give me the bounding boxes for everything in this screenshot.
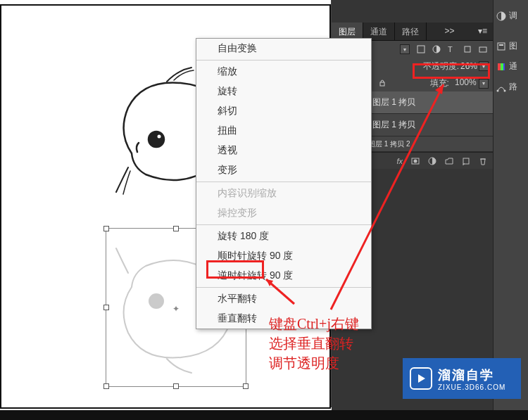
panel-menu-icon[interactable]: ▾≡ xyxy=(472,23,493,40)
transform-context-menu: 自由变换 缩放 旋转 斜切 扭曲 透视 变形 内容识别缩放 操控变形 旋转 18… xyxy=(196,38,372,329)
menu-perspective[interactable]: 透视 xyxy=(196,141,371,160)
annotation-line-1: 键盘Ctrl+j右键 xyxy=(269,314,359,333)
menu-distort[interactable]: 扭曲 xyxy=(196,121,371,141)
menu-puppet-warp: 操控变形 xyxy=(196,203,371,223)
handle-top-mid[interactable] xyxy=(173,226,179,231)
svg-point-0 xyxy=(149,132,164,147)
menu-separator xyxy=(196,287,371,288)
annotation-line-3: 调节透明度 xyxy=(269,353,359,373)
svg-point-1 xyxy=(158,135,161,139)
mask-icon[interactable] xyxy=(411,157,420,165)
handle-bot-mid[interactable] xyxy=(173,383,179,389)
annotation-line-2: 选择垂直翻转 xyxy=(269,333,359,353)
new-layer-icon[interactable] xyxy=(462,157,470,165)
svg-point-17 xyxy=(414,159,417,163)
layer-name[interactable]: 图层 1 拷贝 xyxy=(372,96,415,108)
strip-label: 图 xyxy=(509,40,517,52)
menu-rotate-90-cw[interactable]: 顺时针旋转 90 度 xyxy=(196,246,371,266)
fill-value[interactable]: 100% xyxy=(455,77,477,87)
menu-skew[interactable]: 斜切 xyxy=(196,101,371,121)
highlight-opacity xyxy=(413,63,490,79)
svg-rect-5 xyxy=(465,46,470,52)
handle-bot-right[interactable] xyxy=(243,383,249,389)
annotation-text: 键盘Ctrl+j右键 选择垂直翻转 调节透明度 xyxy=(269,314,359,373)
svg-rect-24 xyxy=(501,63,503,70)
menu-content-aware-scale: 内容识别缩放 xyxy=(196,184,371,203)
menu-rotate-90-ccw[interactable]: 逆时针旋转 90 度 xyxy=(196,266,371,286)
svg-rect-23 xyxy=(498,63,501,70)
transform-center[interactable]: ✦ xyxy=(172,304,180,314)
menu-separator xyxy=(196,224,371,225)
svg-point-27 xyxy=(504,89,506,91)
menu-separator xyxy=(196,60,371,61)
adjustment-icon[interactable] xyxy=(428,157,436,165)
trash-icon[interactable] xyxy=(479,157,487,165)
handle-mid-left[interactable] xyxy=(103,305,109,310)
filter-shape-icon[interactable] xyxy=(463,45,472,53)
folder-icon[interactable] xyxy=(445,157,453,165)
strip-adjustments[interactable]: 调 xyxy=(494,6,528,26)
fill-dropdown-icon[interactable]: ▾ xyxy=(479,79,489,89)
svg-rect-6 xyxy=(479,47,486,52)
svg-rect-19 xyxy=(463,158,469,164)
dropdown-arrow-icon[interactable]: ▾ xyxy=(400,44,410,54)
layer-name[interactable]: 图层 1 拷贝 xyxy=(372,119,415,131)
watermark: 溜溜自学 ZIXUE.3D66.COM xyxy=(403,358,521,399)
svg-rect-21 xyxy=(498,43,505,50)
filter-pixel-icon[interactable] xyxy=(417,45,425,53)
menu-warp[interactable]: 变形 xyxy=(196,160,371,180)
watermark-url: ZIXUE.3D66.COM xyxy=(438,383,505,391)
menu-rotate-180[interactable]: 旋转 180 度 xyxy=(196,227,371,246)
tab-more[interactable]: >> xyxy=(439,23,460,40)
menu-flip-horizontal[interactable]: 水平翻转 xyxy=(196,289,371,309)
menu-separator xyxy=(196,182,371,182)
tab-paths[interactable]: 路径 xyxy=(395,23,427,40)
filter-adjust-icon[interactable] xyxy=(432,45,441,53)
play-icon xyxy=(410,367,432,390)
strip-label: 路 xyxy=(509,81,517,93)
svg-rect-9 xyxy=(380,82,384,86)
strip-label: 通 xyxy=(509,61,517,72)
menu-free-transform[interactable]: 自由变换 xyxy=(196,39,371,58)
handle-top-left[interactable] xyxy=(103,226,109,231)
handle-bot-left[interactable] xyxy=(103,383,109,389)
strip-channels[interactable]: 通 xyxy=(494,56,528,77)
layer-name[interactable]: 图层 1 拷贝 2 xyxy=(368,139,410,149)
svg-rect-25 xyxy=(503,63,505,70)
menu-rotate[interactable]: 旋转 xyxy=(196,82,371,101)
svg-rect-22 xyxy=(499,44,503,46)
strip-paths[interactable]: 路 xyxy=(494,77,528,97)
menu-scale[interactable]: 缩放 xyxy=(196,62,371,82)
lock-all-icon[interactable] xyxy=(378,79,386,87)
fx-icon[interactable]: fx xyxy=(396,157,403,165)
filter-smart-icon[interactable] xyxy=(479,45,487,53)
watermark-title: 溜溜自学 xyxy=(438,367,505,383)
strip-label: 调 xyxy=(509,10,517,22)
filter-type-icon[interactable]: T xyxy=(448,45,456,53)
svg-rect-3 xyxy=(417,46,425,53)
strip-layer-comps[interactable]: 图 xyxy=(494,36,528,56)
collapsed-panels-strip: 调 图 通 路 xyxy=(493,0,528,420)
fill-label: 填充: xyxy=(430,77,449,89)
bottom-bar xyxy=(0,410,528,420)
svg-point-26 xyxy=(497,89,499,91)
